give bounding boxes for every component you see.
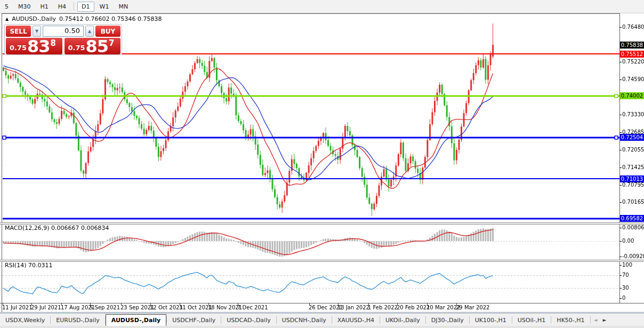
- chevron-up-icon: ▲: [88, 29, 91, 34]
- symbol-name: AUDUSD-,Daily: [12, 15, 56, 22]
- rsi-tick-label: 30: [622, 285, 629, 291]
- sell-price-big: 83: [27, 39, 50, 53]
- timeframe-button-mn[interactable]: MN: [114, 2, 132, 12]
- symbol-ohlc: 0.75412 0.76602 0.75346 0.75838: [59, 15, 162, 22]
- trading-terminal: 5M30H1H4D1W1MN ▲ AUDUSD-,Daily 0.75412 0…: [0, 0, 644, 328]
- tab-usdcad-daily[interactable]: USDCAD-,Daily: [221, 314, 276, 326]
- status-strip: [0, 326, 644, 328]
- price-badge: 0.72504: [620, 134, 644, 141]
- buy-price-small: 0.75: [68, 44, 85, 52]
- buy-price-box[interactable]: 0.75 85 7: [65, 38, 121, 54]
- price-badge: 0.74002: [620, 92, 644, 99]
- rsi-tick-label: 100: [622, 262, 632, 268]
- price-badge: 0.75838: [620, 42, 644, 49]
- macd-tick-label: 0.008061: [622, 225, 644, 230]
- tab-usdchf-daily[interactable]: USDCHF-,Daily: [167, 314, 221, 326]
- timeframe-button-5[interactable]: 5: [1, 2, 13, 12]
- buy-price-big: 85: [86, 39, 109, 53]
- chart-tab-bar: USDX,WeeklyEURUSD-,DailyAUDUSD-,DailyUSD…: [0, 313, 644, 326]
- tab-dj30-daily[interactable]: DJ30-,Daily: [426, 314, 469, 326]
- tab-usdx-weekly[interactable]: USDX,Weekly: [0, 314, 50, 326]
- price-tick-label: 0.76480: [622, 24, 644, 30]
- price-tick-label: 0.73330: [622, 111, 644, 117]
- rsi-label: RSI(14) 70.0311: [5, 262, 52, 269]
- macd-label: MACD(12,26,9) 0.006667 0.006834: [5, 225, 109, 231]
- price-tick-label: 0.70795: [622, 182, 644, 188]
- tab-scroll-right-icon[interactable]: ►: [603, 317, 607, 323]
- macd-tick-label: 0.00: [622, 238, 634, 244]
- price-tick-label: 0.74590: [622, 76, 644, 82]
- chevron-down-icon: ▼: [35, 29, 38, 34]
- tab-scroll-left-icon[interactable]: ◄: [594, 317, 598, 323]
- timeframe-button-h4[interactable]: H4: [54, 2, 70, 12]
- rsi-tick-label: 0: [622, 295, 625, 301]
- tab-usoil-h1[interactable]: USOil-,H1: [512, 314, 551, 326]
- date-label: 29 Jul 2021: [31, 305, 61, 310]
- date-label: 10 Mar 2022: [426, 305, 460, 310]
- price-tick-label: 0.71425: [622, 164, 644, 170]
- date-label: 31 Oct 2021: [179, 305, 212, 310]
- volume-input[interactable]: 0.50: [43, 26, 84, 37]
- sell-price-sup: 8: [51, 38, 56, 48]
- price-badge: 0.69582: [620, 215, 644, 222]
- timeframe-toolbar: 5M30H1H4D1W1MN: [0, 0, 644, 13]
- volume-increase-button[interactable]: ▲: [85, 26, 94, 37]
- buy-button[interactable]: BUY: [95, 26, 120, 37]
- symbol-info-row: ▲ AUDUSD-,Daily 0.75412 0.76602 0.75346 …: [5, 15, 162, 22]
- date-label: 20 Feb 2022: [397, 305, 430, 310]
- timeframe-button-m30[interactable]: M30: [14, 2, 35, 12]
- date-label: 11 Jul 2021: [2, 305, 33, 310]
- sell-button[interactable]: SELL: [6, 26, 31, 37]
- tab-nav: ◄►: [594, 314, 607, 326]
- date-label: 5 Sep 2021: [90, 305, 120, 310]
- timeframe-button-w1[interactable]: W1: [95, 2, 114, 12]
- tab-uk100-h1[interactable]: UK100-,H1: [470, 314, 512, 326]
- timeframe-button-h1[interactable]: H1: [36, 2, 53, 12]
- price-tick-label: 0.70165: [622, 199, 644, 205]
- timeframe-button-d1[interactable]: D1: [77, 2, 94, 12]
- one-click-trade-panel: SELL ▼ 0.50 ▲ BUY 0.75 83 8 0.75 85 7: [4, 24, 122, 55]
- rsi-tick-label: 70: [622, 272, 629, 278]
- tab-audusd-daily[interactable]: AUDUSD-,Daily: [106, 314, 166, 326]
- price-tick-label: 0.72055: [622, 147, 644, 153]
- tab-ukoil-daily[interactable]: UKOil-,Daily: [380, 314, 425, 326]
- price-badge: 0.71013: [620, 175, 644, 182]
- date-label: 13 Jan 2022: [337, 305, 369, 310]
- collapse-panel-icon[interactable]: ▲: [5, 17, 9, 21]
- volume-decrease-button[interactable]: ▼: [33, 26, 41, 37]
- macd-tick-label: -0.00928: [622, 253, 644, 259]
- buy-price-sup: 7: [109, 38, 114, 48]
- tab-xauusd-h4[interactable]: XAUUSD-,H4: [332, 314, 380, 326]
- tab-usdcnh-daily[interactable]: USDCNH-,Daily: [277, 314, 332, 326]
- sell-price-small: 0.75: [10, 44, 27, 52]
- date-label: 23 Sep 2021: [120, 305, 154, 310]
- tab-separator: [590, 316, 591, 324]
- tab-eurusd-daily[interactable]: EURUSD-,Daily: [51, 314, 104, 326]
- price-badge: 0.75512: [620, 51, 644, 58]
- price-tick-label: 0.75220: [622, 59, 644, 65]
- tab-hk50-h1[interactable]: HK50-,H1: [551, 314, 590, 326]
- date-label: 7 Dec 2021: [237, 305, 268, 310]
- date-label: 12 Oct 2021: [150, 305, 183, 310]
- sell-price-box[interactable]: 0.75 83 8: [6, 38, 62, 54]
- toolbar-separator: [74, 2, 74, 11]
- date-label: 1 Feb 2022: [368, 305, 398, 310]
- date-label: 29 Mar 2022: [456, 305, 489, 310]
